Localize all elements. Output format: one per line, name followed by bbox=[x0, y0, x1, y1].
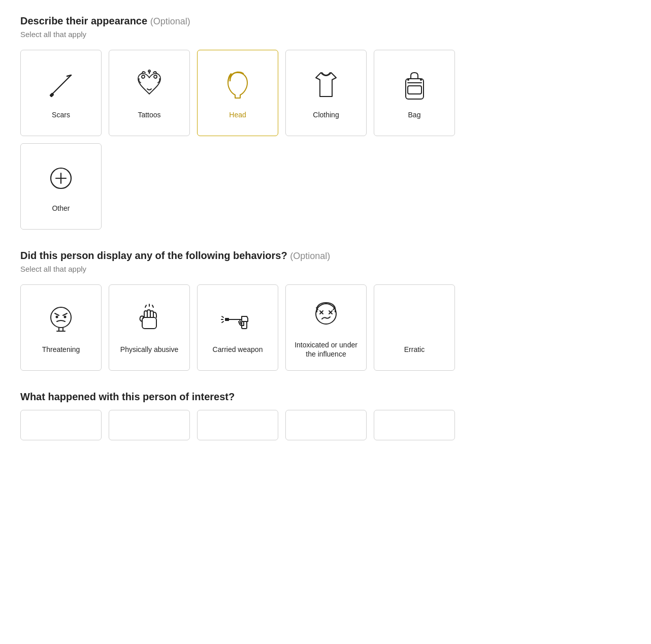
svg-point-18 bbox=[51, 307, 71, 328]
scars-icon bbox=[43, 68, 79, 103]
behavior-card-intoxicated[interactable]: Intoxicated or under the influence bbox=[285, 284, 367, 371]
svg-line-28 bbox=[152, 305, 153, 307]
clothing-icon bbox=[308, 68, 344, 103]
appearance-card-bag[interactable]: Bag bbox=[374, 50, 455, 136]
svg-line-31 bbox=[222, 316, 223, 317]
appearance-card-scars[interactable]: Scars bbox=[20, 50, 102, 136]
behaviors-cards-row: Threatening bbox=[20, 284, 538, 371]
behaviors-subtitle: Select all that apply bbox=[20, 265, 538, 273]
svg-point-7 bbox=[154, 75, 157, 78]
svg-rect-11 bbox=[408, 86, 421, 94]
appearance-cards-row-2: Other bbox=[20, 143, 538, 230]
svg-line-33 bbox=[222, 321, 223, 323]
head-icon bbox=[220, 68, 255, 103]
happened-card-4[interactable] bbox=[285, 410, 367, 440]
carried-weapon-label: Carried weapon bbox=[213, 345, 263, 354]
svg-point-14 bbox=[420, 79, 422, 81]
other-label: Other bbox=[52, 204, 70, 213]
svg-point-13 bbox=[407, 79, 409, 81]
svg-point-9 bbox=[148, 70, 150, 72]
happened-card-2[interactable] bbox=[109, 410, 190, 440]
appearance-title: Describe their appearance (Optional) bbox=[20, 15, 538, 27]
svg-line-5 bbox=[55, 78, 68, 91]
clothing-label: Clothing bbox=[313, 110, 339, 119]
carried-weapon-icon bbox=[220, 302, 255, 338]
happened-card-5[interactable] bbox=[374, 410, 455, 440]
svg-line-19 bbox=[55, 313, 59, 315]
svg-line-29 bbox=[240, 319, 241, 324]
bag-icon bbox=[397, 68, 432, 103]
physically-abusive-icon bbox=[132, 302, 167, 338]
svg-rect-10 bbox=[406, 79, 424, 99]
tattoos-icon bbox=[132, 68, 167, 103]
physically-abusive-label: Physically abusive bbox=[120, 345, 178, 354]
happened-card-3[interactable] bbox=[197, 410, 278, 440]
svg-point-34 bbox=[316, 304, 336, 324]
behavior-card-threatening[interactable]: Threatening bbox=[20, 284, 102, 371]
svg-line-20 bbox=[63, 313, 67, 315]
other-icon bbox=[43, 161, 79, 197]
happened-card-1[interactable] bbox=[20, 410, 102, 440]
bag-label: Bag bbox=[408, 110, 421, 119]
intoxicated-icon bbox=[308, 298, 344, 333]
threatening-icon bbox=[43, 302, 79, 338]
appearance-card-clothing[interactable]: Clothing bbox=[285, 50, 367, 136]
svg-line-26 bbox=[145, 305, 146, 307]
svg-point-6 bbox=[142, 75, 145, 78]
happened-cards-row bbox=[20, 410, 538, 440]
behavior-card-carried-weapon[interactable]: Carried weapon bbox=[197, 284, 278, 371]
erratic-label: Erratic bbox=[404, 345, 425, 354]
scars-label: Scars bbox=[52, 110, 70, 119]
svg-point-22 bbox=[64, 316, 67, 318]
threatening-label: Threatening bbox=[42, 345, 80, 354]
tattoos-label: Tattoos bbox=[138, 110, 160, 119]
appearance-cards-row: Scars bbox=[20, 50, 538, 136]
svg-point-21 bbox=[56, 316, 58, 318]
appearance-card-other[interactable]: Other bbox=[20, 143, 102, 230]
appearance-card-head[interactable]: Head bbox=[197, 50, 278, 136]
appearance-subtitle: Select all that apply bbox=[20, 30, 538, 39]
svg-rect-25 bbox=[142, 317, 156, 329]
erratic-icon bbox=[397, 302, 432, 338]
behaviors-title: Did this person display any of the follo… bbox=[20, 250, 538, 262]
svg-line-40 bbox=[333, 308, 335, 310]
head-label: Head bbox=[229, 110, 246, 119]
happened-title: What happened with this person of intere… bbox=[20, 391, 538, 403]
behavior-card-physically-abusive[interactable]: Physically abusive bbox=[109, 284, 190, 371]
behavior-card-erratic[interactable]: Erratic bbox=[374, 284, 455, 371]
appearance-card-tattoos[interactable]: Tattoos bbox=[109, 50, 190, 136]
intoxicated-label: Intoxicated or under the influence bbox=[291, 340, 361, 359]
